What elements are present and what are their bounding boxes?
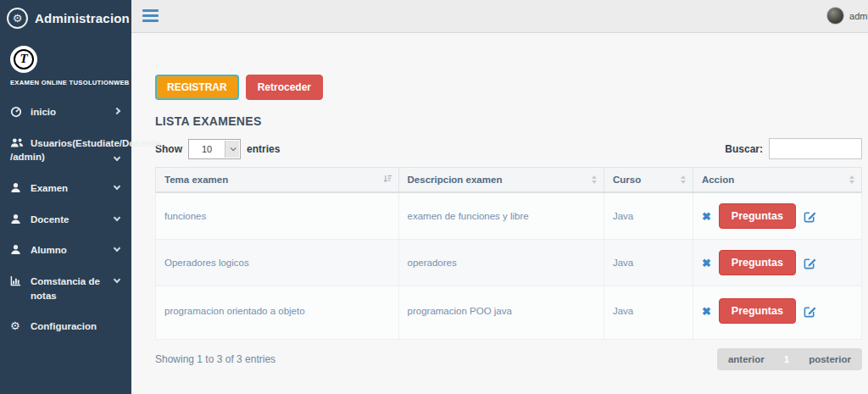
header-curso[interactable]: Curso <box>604 168 693 193</box>
cell-descripcion: programacion POO java <box>398 286 604 340</box>
sidebar-menu: inicio Usuarios(Estudiate/Docente /admin… <box>0 97 131 342</box>
header-accion[interactable]: Accion <box>693 168 861 193</box>
sidebar-item-docente[interactable]: Docente <box>0 204 131 236</box>
user-menu[interactable]: admin <box>826 7 868 25</box>
toolbar: REGISTRAR Retroceder <box>155 75 862 100</box>
cell-accion: ✖ Preguntas <box>693 286 861 340</box>
entries-label: entries <box>247 143 280 155</box>
bar-chart-icon <box>10 275 31 286</box>
cell-tema: Operadores logicos <box>156 240 399 286</box>
topbar: admin <box>131 0 868 33</box>
preguntas-button[interactable]: Preguntas <box>719 203 796 229</box>
menu-toggle-icon[interactable] <box>142 9 159 25</box>
sidebar-item-examen[interactable]: Examen <box>0 173 131 204</box>
sidebar-item-configuracion[interactable]: ⚙ Configuracion <box>0 311 131 342</box>
retroceder-button[interactable]: Retroceder <box>246 75 323 100</box>
search-label: Buscar: <box>725 143 763 155</box>
table-header-row: Tema examen Descripcion examen Curso Acc… <box>156 168 862 193</box>
sidebar-item-usuarios[interactable]: Usuarios(Estudiate/Docente /admin) <box>0 128 131 173</box>
cell-descripcion: operadores <box>398 240 604 286</box>
gear-icon: ⚙ <box>10 319 31 331</box>
user-icon <box>10 181 31 193</box>
table-footer: Showing 1 to 3 of 3 entries anterior 1 p… <box>155 348 862 370</box>
sort-both-icon <box>849 175 854 184</box>
cell-descripcion: examen de funciones y libre <box>398 192 604 240</box>
sidebar-item-constancia-notas[interactable]: Comstancia de notas <box>0 266 131 311</box>
cell-curso: Java <box>604 192 693 240</box>
cell-curso: Java <box>604 286 693 340</box>
preguntas-button[interactable]: Preguntas <box>719 298 796 324</box>
sort-asc-icon <box>383 175 392 185</box>
chevron-down-icon <box>114 245 120 252</box>
user-icon <box>10 213 31 225</box>
users-icon <box>10 136 31 148</box>
logo-caption: EXAMEN ONLINE TUSOLUTIONWEB <box>10 79 123 86</box>
page-title: LISTA EXAMENES <box>155 114 862 128</box>
page-length-control: Show 10 entries <box>155 139 280 159</box>
cell-accion: ✖ Preguntas <box>693 192 861 240</box>
page-size-select[interactable]: 10 <box>189 140 240 158</box>
edit-icon[interactable] <box>804 305 816 318</box>
chevron-down-icon <box>114 214 120 220</box>
table-row: programacion orientado a objeto programa… <box>156 286 862 340</box>
edit-icon[interactable] <box>804 257 816 269</box>
delete-icon[interactable]: ✖ <box>702 211 711 222</box>
user-icon <box>10 243 31 255</box>
pagination-page-1[interactable]: 1 <box>776 348 798 370</box>
tachometer-icon <box>10 105 31 118</box>
table-row: Operadores logicos operadores Java ✖ Pre… <box>156 240 862 286</box>
chevron-down-icon <box>114 183 120 190</box>
sort-both-icon <box>592 175 597 184</box>
site-logo: T EXAMEN ONLINE TUSOLUTIONWEB <box>0 36 131 86</box>
exams-table: Tema examen Descripcion examen Curso Acc… <box>155 167 862 340</box>
app-brand[interactable]: ⚙ Administracion <box>0 0 131 36</box>
sidebar-item-alumno[interactable]: Alumno <box>0 235 131 266</box>
table-controls: Show 10 entries Buscar: <box>155 138 862 159</box>
table-row: funciones examen de funciones y libre Ja… <box>156 192 862 240</box>
preguntas-button[interactable]: Preguntas <box>719 250 796 275</box>
avatar <box>826 7 844 25</box>
main-content: REGISTRAR Retroceder LISTA EXAMENES Show… <box>131 34 868 394</box>
search-input[interactable] <box>769 138 862 159</box>
sidebar: ⚙ Administracion T EXAMEN ONLINE TUSOLUT… <box>0 0 131 394</box>
delete-icon[interactable]: ✖ <box>702 306 711 317</box>
pagination-next-button[interactable]: posterior <box>798 348 862 370</box>
logo-icon: T <box>10 46 37 73</box>
app-title: Administracion <box>35 11 130 25</box>
sort-both-icon <box>681 175 686 184</box>
entries-info: Showing 1 to 3 of 3 entries <box>155 353 275 365</box>
cell-curso: Java <box>604 240 693 286</box>
edit-icon[interactable] <box>804 210 816 223</box>
cell-accion: ✖ Preguntas <box>693 240 861 286</box>
cell-tema: funciones <box>156 192 399 240</box>
registrar-button[interactable]: REGISTRAR <box>155 75 239 100</box>
delete-icon[interactable]: ✖ <box>702 258 711 269</box>
cell-tema: programacion orientado a objeto <box>156 286 399 340</box>
user-name: admin <box>849 11 868 21</box>
header-tema-examen[interactable]: Tema examen <box>156 168 399 193</box>
search-control: Buscar: <box>725 138 862 159</box>
chevron-down-icon <box>114 276 120 283</box>
pagination: anterior 1 posterior <box>717 348 862 370</box>
pagination-prev-button[interactable]: anterior <box>717 348 776 370</box>
chevron-right-icon <box>114 108 120 114</box>
page-size-select-wrap: 10 <box>188 139 241 159</box>
gear-circle-icon: ⚙ <box>7 8 28 29</box>
sidebar-item-inicio[interactable]: inicio <box>0 97 131 128</box>
header-descripcion-examen[interactable]: Descripcion examen <box>398 168 604 193</box>
